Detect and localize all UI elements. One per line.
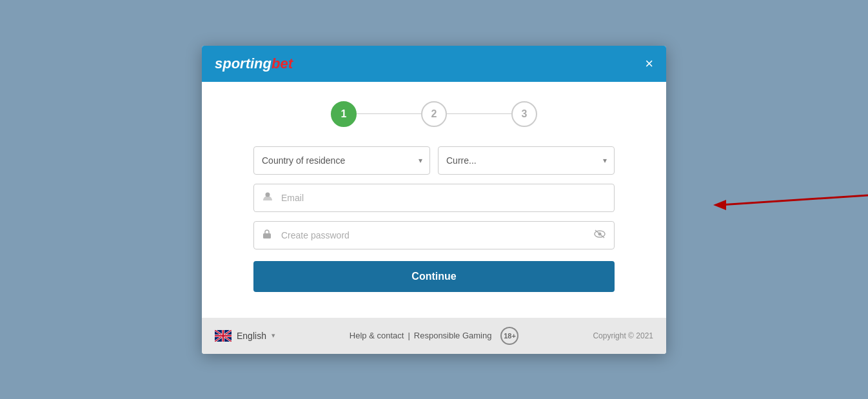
step-1-number: 1 (341, 108, 347, 120)
modal-footer: English ▾ Help & contact | Responsible G… (202, 318, 666, 354)
eye-slash-icon[interactable] (594, 229, 606, 241)
close-button[interactable]: × (645, 57, 653, 71)
password-input[interactable] (253, 221, 615, 249)
user-icon (262, 191, 273, 204)
country-select[interactable]: Country of residence United Kingdom Unit… (253, 146, 430, 175)
step-line-2-3 (447, 113, 511, 114)
responsible-gaming-link[interactable]: Responsible Gaming (414, 331, 492, 340)
help-contact-link[interactable]: Help & contact (350, 331, 404, 340)
svg-line-0 (720, 195, 868, 205)
country-currency-row: Country of residence United Kingdom Unit… (253, 146, 615, 175)
language-dropdown-icon: ▾ (271, 331, 275, 340)
step-3-number: 3 (522, 108, 528, 120)
logo-sporting-text: sporting (215, 55, 271, 72)
continue-button[interactable]: Continue (253, 261, 615, 292)
svg-rect-3 (263, 233, 271, 238)
country-select-wrapper: Country of residence United Kingdom Unit… (253, 146, 430, 175)
password-wrapper (253, 221, 615, 249)
footer-links: Help & contact | Responsible Gaming 18+ (350, 327, 519, 345)
currency-select-wrapper: Curre... GBP USD EUR ▾ (438, 146, 615, 175)
step-line-1-2 (357, 113, 421, 114)
modal-body: 1 2 3 Country of residence United Kingdo… (202, 82, 666, 318)
lock-icon (262, 229, 271, 242)
language-label: English (237, 331, 266, 341)
age-badge: 18+ (500, 327, 518, 345)
svg-marker-1 (713, 200, 726, 210)
copyright-text: Copyright © 2021 (593, 331, 653, 340)
step-1[interactable]: 1 (331, 101, 357, 127)
steps-indicator: 1 2 3 (253, 101, 615, 127)
step-3[interactable]: 3 (511, 101, 537, 127)
footer-separator: | (408, 331, 409, 340)
uk-flag-icon (215, 330, 232, 342)
modal-header: sporting bet × (202, 46, 666, 82)
email-input[interactable] (253, 184, 615, 212)
step-2-number: 2 (431, 108, 437, 120)
arrow-annotation (700, 173, 868, 227)
step-2[interactable]: 2 (421, 101, 447, 127)
email-wrapper (253, 184, 615, 212)
currency-select[interactable]: Curre... GBP USD EUR (438, 146, 615, 175)
language-selector[interactable]: English ▾ (215, 330, 275, 342)
logo: sporting bet (215, 55, 293, 72)
registration-modal: sporting bet × 1 2 3 Country of residenc… (202, 46, 666, 354)
logo-bet-text: bet (271, 55, 293, 72)
